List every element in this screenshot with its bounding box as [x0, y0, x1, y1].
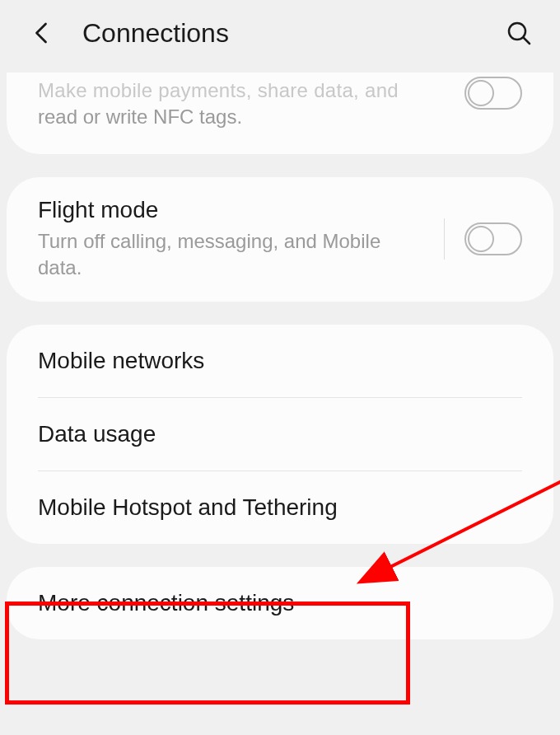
nfc-content: Make mobile payments, share data, and re… [38, 77, 450, 131]
settings-content: Make mobile payments, share data, and re… [0, 73, 560, 639]
page-title: Connections [82, 18, 502, 49]
svg-line-1 [524, 38, 530, 44]
flight-mode-card: Flight mode Turn off calling, messaging,… [7, 177, 553, 302]
header-bar: Connections [0, 0, 560, 74]
flight-mode-title: Flight mode [38, 197, 429, 223]
nfc-row[interactable]: Make mobile payments, share data, and re… [7, 73, 553, 154]
flight-mode-content: Flight mode Turn off calling, messaging,… [38, 197, 429, 282]
flight-mode-row[interactable]: Flight mode Turn off calling, messaging,… [7, 177, 553, 302]
more-settings-card: More connection settings [7, 567, 553, 639]
svg-point-0 [509, 23, 525, 40]
search-button[interactable] [502, 16, 535, 49]
nfc-toggle[interactable] [464, 77, 522, 110]
search-icon [506, 21, 531, 45]
chevron-left-icon [32, 20, 50, 46]
flight-toggle-knob [468, 226, 494, 252]
flight-toggle-divider [444, 218, 445, 260]
mobile-networks-row[interactable]: Mobile networks [7, 325, 553, 397]
nfc-toggle-knob [468, 80, 494, 106]
flight-mode-subtitle: Turn off calling, messaging, and Mobile … [38, 228, 429, 282]
flight-mode-toggle[interactable] [464, 222, 522, 255]
data-usage-row[interactable]: Data usage [7, 398, 553, 470]
mobile-hotspot-row[interactable]: Mobile Hotspot and Tethering [7, 471, 553, 544]
back-button[interactable] [25, 16, 58, 49]
nfc-subtitle-line1: Make mobile payments, share data, and [38, 77, 450, 104]
more-connection-settings-row[interactable]: More connection settings [7, 567, 553, 639]
nfc-toggle-wrap [464, 98, 522, 110]
network-list-card: Mobile networks Data usage Mobile Hotspo… [7, 325, 553, 544]
nfc-card-partial: Make mobile payments, share data, and re… [7, 73, 553, 154]
nfc-subtitle-line2: read or write NFC tags. [38, 104, 450, 130]
flight-toggle-wrap [444, 218, 522, 260]
